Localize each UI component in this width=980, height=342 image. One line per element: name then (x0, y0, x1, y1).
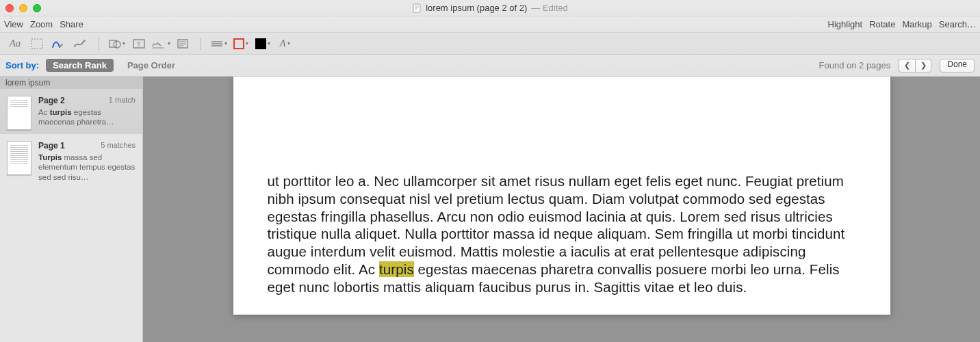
sort-by-label: Sort by: (5, 60, 39, 70)
window-title: lorem ipsum (page 2 of 2) — Edited (0, 3, 980, 13)
traffic-lights (5, 4, 41, 12)
sidebar-header: lorem ipsum (0, 77, 142, 89)
window-minimize-button[interactable] (19, 4, 27, 12)
chevron-down-icon: ▾ (122, 40, 125, 47)
result-title: Page 2 (38, 96, 65, 106)
search-result-item[interactable]: Page 2 1 match Ac turpis egestas maecena… (0, 89, 142, 134)
search-result-item[interactable]: Page 1 5 matches Turpis massa sed elemen… (0, 134, 142, 186)
font-tool[interactable]: A ▾ (275, 36, 294, 52)
found-on-pages-label: Found on 2 pages (819, 60, 891, 70)
text-style-tool[interactable]: Aa (5, 36, 25, 52)
search-prev-button[interactable]: ❮ (899, 59, 915, 73)
result-match-count: 1 match (109, 96, 136, 106)
border-color-swatch (233, 38, 244, 49)
fill-color-tool[interactable]: ▾ (253, 36, 272, 52)
document-text[interactable]: ut porttitor leo a. Nec ullamcorper sit … (268, 172, 856, 296)
chevron-down-icon: ▾ (168, 40, 170, 47)
window-close-button[interactable] (5, 4, 14, 12)
svg-rect-0 (413, 4, 420, 12)
chevron-down-icon: ▾ (224, 40, 227, 47)
result-match-count: 5 matches (101, 141, 136, 151)
search-next-button[interactable]: ❯ (915, 59, 931, 73)
content-area: lorem ipsum Page 2 1 match Ac turpis ege… (0, 77, 980, 342)
main-toolbar: View Zoom Share Highlight Rotate Markup … (0, 16, 980, 33)
border-color-tool[interactable]: ▾ (231, 36, 250, 52)
search-nav-buttons: ❮ ❯ (899, 59, 931, 73)
window-edited-label: — Edited (531, 3, 567, 13)
sort-search-rank[interactable]: Search Rank (46, 59, 114, 72)
window-maximize-button[interactable] (33, 4, 41, 12)
result-snippet: Turpis massa sed elementum tempus egesta… (38, 153, 136, 182)
document-viewport[interactable]: ut porttitor leo a. Nec ullamcorper sit … (143, 77, 980, 342)
fill-color-swatch (255, 38, 266, 49)
result-snippet: Ac turpis egestas maecenas pharetra… (38, 107, 136, 127)
markup-toolbar: Aa ▾ T ▾ ▾ ▾ ▾ A ▾ (0, 33, 980, 55)
page-thumbnail (7, 96, 31, 130)
toolbar-zoom[interactable]: Zoom (30, 19, 53, 29)
document-icon (412, 3, 422, 13)
search-results-bar: Sort by: Search Rank Page Order Found on… (0, 55, 980, 77)
search-sidebar: lorem ipsum Page 2 1 match Ac turpis ege… (0, 77, 143, 342)
search-results-list: Page 2 1 match Ac turpis egestas maecena… (0, 89, 142, 186)
document-page: ut porttitor leo a. Nec ullamcorper sit … (233, 77, 890, 315)
search-done-button[interactable]: Done (940, 59, 975, 73)
toolbar-highlight[interactable]: Highlight (828, 19, 863, 29)
svg-point-3 (114, 41, 120, 48)
svg-rect-1 (31, 39, 42, 49)
note-tool[interactable] (173, 36, 192, 52)
sketch-tool[interactable] (49, 36, 68, 52)
page-thumbnail (7, 141, 31, 175)
sort-page-order[interactable]: Page Order (120, 59, 182, 72)
toolbar-search[interactable]: Search… (939, 19, 976, 29)
titlebar: lorem ipsum (page 2 of 2) — Edited (0, 0, 980, 16)
search-highlight: turpis (379, 261, 414, 277)
text-box-tool[interactable]: T (129, 36, 149, 52)
window-title-text: lorem ipsum (page 2 of 2) (426, 3, 527, 13)
chevron-down-icon: ▾ (268, 40, 270, 47)
shapes-tool[interactable]: ▾ (107, 36, 127, 52)
svg-text:T: T (137, 41, 141, 48)
stroke-tool[interactable]: ▾ (209, 36, 229, 52)
toolbar-rotate[interactable]: Rotate (869, 19, 895, 29)
sign-tool[interactable]: ▾ (151, 36, 170, 52)
result-title: Page 1 (38, 141, 65, 151)
chevron-down-icon: ▾ (246, 40, 248, 47)
toolbar-view[interactable]: View (4, 19, 23, 29)
rect-select-tool[interactable] (27, 36, 47, 52)
toolbar-markup[interactable]: Markup (902, 19, 931, 29)
draw-tool[interactable] (71, 36, 90, 52)
toolbar-share[interactable]: Share (60, 19, 83, 29)
chevron-down-icon: ▾ (287, 40, 290, 47)
